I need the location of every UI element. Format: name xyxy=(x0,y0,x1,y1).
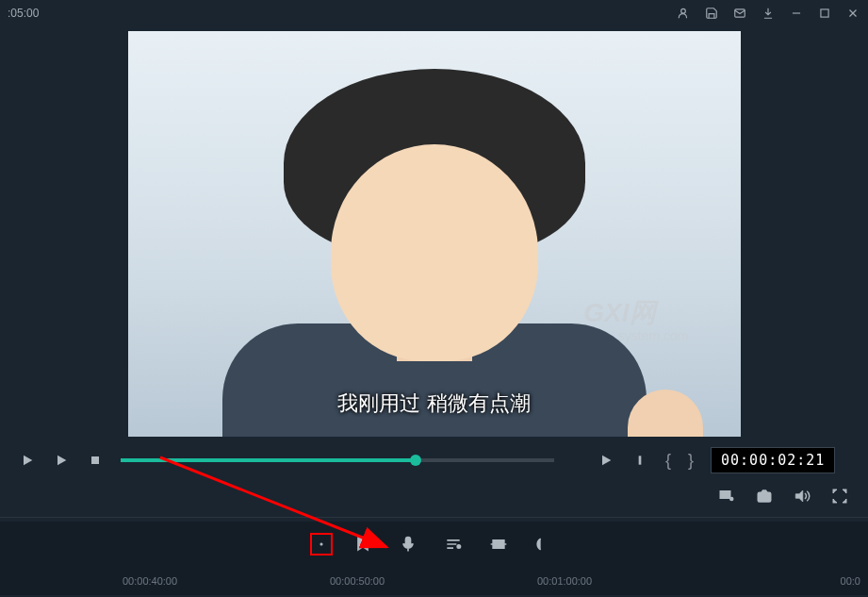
svg-marker-9 xyxy=(602,456,611,466)
video-content: GXI网 system.com 我刚用过 稍微有点潮 xyxy=(128,31,741,437)
more-tools-icon[interactable] xyxy=(532,533,555,556)
fullscreen-icon[interactable] xyxy=(830,487,849,506)
svg-marker-15 xyxy=(795,490,803,502)
titlebar-controls xyxy=(676,6,860,21)
svg-point-12 xyxy=(730,498,733,501)
toolbar xyxy=(0,522,868,567)
speed-tool-icon[interactable] xyxy=(310,533,333,556)
playback-slider[interactable] xyxy=(121,458,554,462)
ruler-mark: 00:00:50:00 xyxy=(330,575,385,587)
slider-handle[interactable] xyxy=(410,455,421,466)
close-icon[interactable] xyxy=(845,6,860,21)
play-icon[interactable] xyxy=(53,452,70,469)
watermark-logo: GXI网 xyxy=(583,295,655,331)
timeline-ruler[interactable]: 00:00:40:00 00:00:50:00 00:01:00:00 00:0 xyxy=(0,567,868,595)
secondary-controls xyxy=(0,479,868,513)
svg-point-0 xyxy=(681,8,686,13)
mail-icon[interactable] xyxy=(732,6,747,21)
svg-marker-7 xyxy=(57,456,66,466)
video-preview: GXI网 system.com 我刚用过 稍微有点潮 xyxy=(0,26,868,441)
ruler-mark: 00:01:00:00 xyxy=(537,575,592,587)
audio-tool-icon[interactable] xyxy=(442,533,465,556)
divider xyxy=(0,517,868,518)
svg-marker-6 xyxy=(24,456,32,466)
volume-icon[interactable] xyxy=(793,487,811,506)
timecode-display[interactable]: 00:00:02:21 xyxy=(711,447,835,473)
download-icon[interactable] xyxy=(761,6,776,21)
svg-point-14 xyxy=(762,495,767,500)
minimize-icon[interactable] xyxy=(789,6,804,21)
mark-in-icon[interactable]: { xyxy=(665,451,671,471)
skip-end-icon[interactable] xyxy=(631,452,648,469)
svg-rect-3 xyxy=(821,9,828,17)
crop-tool-icon[interactable] xyxy=(487,533,510,556)
maximize-icon[interactable] xyxy=(817,6,832,21)
play-start-icon[interactable] xyxy=(19,452,36,469)
header-time: :05:00 xyxy=(8,7,39,20)
watermark-text: system.com xyxy=(618,328,689,343)
mark-out-icon[interactable]: } xyxy=(688,451,694,471)
svg-rect-11 xyxy=(720,491,730,499)
video-subtitle: 我刚用过 稍微有点潮 xyxy=(337,390,530,418)
display-settings-icon[interactable] xyxy=(717,487,736,506)
ruler-mark: 00:00:40:00 xyxy=(123,575,177,587)
svg-rect-8 xyxy=(91,456,99,464)
snapshot-icon[interactable] xyxy=(755,487,774,506)
svg-rect-20 xyxy=(493,540,504,548)
video-frame[interactable]: GXI网 system.com 我刚用过 稍微有点潮 xyxy=(128,31,741,437)
ruler-mark: 00:0 xyxy=(841,575,860,587)
stop-icon[interactable] xyxy=(87,452,104,469)
voiceover-tool-icon[interactable] xyxy=(397,533,419,556)
svg-rect-10 xyxy=(639,456,642,464)
svg-point-19 xyxy=(457,545,460,548)
marker-tool-icon[interactable] xyxy=(352,533,374,556)
play-forward-icon[interactable] xyxy=(598,452,614,469)
save-icon[interactable] xyxy=(704,6,719,21)
playback-controls: { } 00:00:02:21 xyxy=(0,441,868,479)
user-icon[interactable] xyxy=(676,6,691,21)
titlebar: :05:00 xyxy=(0,0,868,26)
